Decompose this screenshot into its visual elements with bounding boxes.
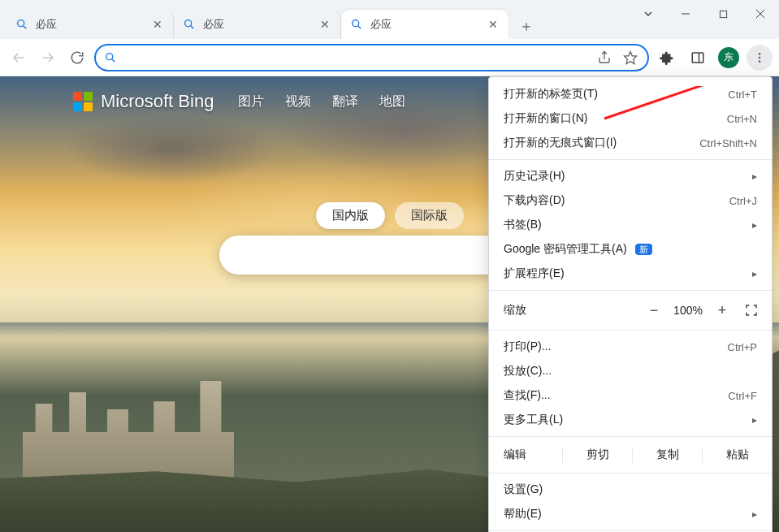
forward-button[interactable] (36, 45, 60, 70)
reload-button[interactable] (65, 45, 89, 70)
chrome-menu-button[interactable] (747, 45, 773, 71)
svg-point-2 (185, 20, 192, 27)
menu-separator (489, 530, 772, 531)
svg-point-12 (106, 53, 113, 59)
titlebar: 必应 ✕ 必应 ✕ 必应 ✕ ＋ (0, 0, 779, 39)
bing-nav-images[interactable]: 图片 (238, 93, 264, 110)
omnibox[interactable] (94, 44, 649, 71)
minimize-button[interactable] (667, 0, 704, 28)
close-icon[interactable]: ✕ (486, 17, 500, 32)
share-icon[interactable] (595, 50, 613, 65)
svg-rect-7 (720, 11, 726, 17)
menu-history[interactable]: 历史记录(H) ▸ (489, 164, 772, 188)
chevron-right-icon: ▸ (752, 414, 757, 426)
profile-avatar[interactable]: 东 (716, 45, 742, 71)
chevron-right-icon: ▸ (752, 171, 757, 182)
menu-separator (489, 290, 772, 291)
bing-header: Microsoft Bing 图片 视频 翻译 地图 (73, 91, 405, 112)
search-icon (104, 51, 117, 64)
zoom-in-button[interactable]: + (710, 302, 734, 319)
bing-version-intl[interactable]: 国际版 (395, 202, 464, 229)
close-icon[interactable]: ✕ (150, 17, 165, 32)
chrome-menu: 打开新的标签页(T) Ctrl+T 打开新的窗口(N) Ctrl+N 打开新的无… (488, 76, 773, 532)
bing-nav-videos[interactable]: 视频 (285, 93, 311, 110)
svg-point-20 (759, 60, 761, 63)
menu-find[interactable]: 查找(F)... Ctrl+F (489, 383, 772, 408)
svg-point-19 (759, 56, 761, 58)
back-button[interactable] (6, 45, 31, 70)
tab-title: 必应 (203, 17, 311, 32)
menu-new-window[interactable]: 打开新的窗口(N) Ctrl+N (489, 106, 772, 131)
new-badge: 新 (635, 244, 652, 255)
svg-line-1 (24, 26, 27, 29)
bing-version-cn[interactable]: 国内版 (316, 202, 385, 229)
menu-separator (489, 473, 772, 474)
toolbar: 东 (0, 39, 779, 76)
address-input[interactable] (125, 51, 587, 64)
svg-line-13 (112, 58, 115, 62)
svg-line-5 (358, 26, 361, 29)
tab-3-active[interactable]: 必应 ✕ (341, 10, 509, 39)
menu-cast[interactable]: 投放(C)... (489, 359, 772, 383)
menu-zoom: 缩放 − 100% + (489, 295, 772, 326)
microsoft-logo-icon (73, 92, 93, 111)
menu-edit-row: 编辑 剪切 复制 粘贴 (489, 441, 772, 469)
bing-version-tabs: 国内版 国际版 (316, 202, 464, 229)
svg-marker-15 (625, 51, 637, 63)
bing-logo[interactable]: Microsoft Bing (73, 91, 214, 112)
window-controls (630, 0, 779, 28)
menu-separator (489, 436, 772, 437)
search-icon (182, 17, 197, 32)
bing-nav-translate[interactable]: 翻译 (332, 93, 358, 110)
tab-title: 必应 (36, 17, 144, 32)
tab-2[interactable]: 必应 ✕ (174, 10, 341, 39)
zoom-out-button[interactable]: − (642, 302, 666, 319)
tab-search-button[interactable] (630, 0, 667, 28)
chevron-right-icon: ▸ (752, 219, 757, 231)
edit-copy-button[interactable]: 复制 (633, 448, 702, 462)
star-icon[interactable] (621, 50, 639, 65)
close-icon[interactable]: ✕ (318, 17, 332, 32)
chevron-right-icon: ▸ (752, 268, 757, 279)
menu-help[interactable]: 帮助(E) ▸ (489, 502, 772, 526)
avatar: 东 (718, 47, 739, 68)
fullscreen-icon[interactable] (741, 304, 762, 317)
bing-nav: 图片 视频 翻译 地图 (238, 93, 405, 110)
tab-strip: 必应 ✕ 必应 ✕ 必应 ✕ ＋ (0, 0, 630, 39)
maximize-button[interactable] (704, 0, 742, 28)
tab-1[interactable]: 必应 ✕ (6, 10, 174, 39)
new-tab-button[interactable]: ＋ (513, 13, 539, 39)
svg-point-4 (353, 20, 359, 27)
edit-paste-button[interactable]: 粘贴 (703, 448, 772, 462)
menu-separator (489, 159, 772, 160)
bing-nav-maps[interactable]: 地图 (379, 93, 405, 110)
bing-brand-text: Microsoft Bing (101, 91, 214, 112)
svg-point-18 (759, 53, 761, 55)
close-window-button[interactable] (742, 0, 779, 28)
edit-cut-button[interactable]: 剪切 (563, 448, 632, 462)
search-icon (15, 17, 29, 32)
side-panel-button[interactable] (685, 45, 711, 71)
svg-point-0 (18, 20, 24, 27)
search-icon (349, 17, 364, 32)
zoom-value: 100% (666, 304, 710, 317)
menu-settings[interactable]: 设置(G) (489, 478, 772, 502)
menu-new-incognito[interactable]: 打开新的无痕式窗口(I) Ctrl+Shift+N (489, 131, 772, 155)
tab-title: 必应 (370, 17, 479, 32)
menu-new-tab[interactable]: 打开新的标签页(T) Ctrl+T (489, 82, 772, 106)
menu-separator (489, 330, 772, 331)
menu-extensions[interactable]: 扩展程序(E) ▸ (489, 262, 772, 286)
svg-rect-16 (692, 53, 703, 63)
menu-bookmarks[interactable]: 书签(B) ▸ (489, 213, 772, 237)
menu-more-tools[interactable]: 更多工具(L) ▸ (489, 408, 772, 432)
svg-line-3 (191, 26, 194, 29)
extensions-button[interactable] (654, 45, 680, 71)
menu-print[interactable]: 打印(P)... Ctrl+P (489, 335, 772, 359)
menu-downloads[interactable]: 下载内容(D) Ctrl+J (489, 188, 772, 213)
chevron-right-icon: ▸ (752, 508, 757, 520)
menu-passwords[interactable]: Google 密码管理工具(A) 新 (489, 237, 772, 262)
